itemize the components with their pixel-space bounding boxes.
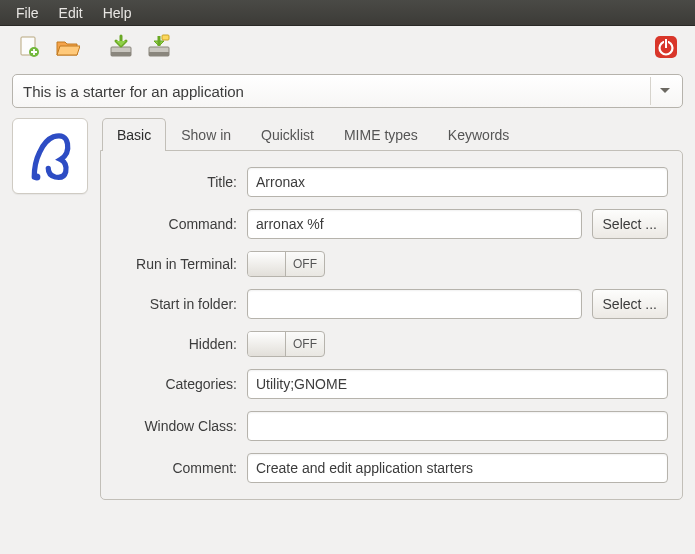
run-terminal-toggle[interactable]: OFF: [247, 251, 325, 277]
menu-help[interactable]: Help: [93, 2, 142, 24]
app-icon-chooser[interactable]: [12, 118, 88, 194]
toolbar: [0, 26, 695, 68]
tab-mime-types[interactable]: MIME types: [329, 118, 433, 151]
title-input[interactable]: [247, 167, 668, 197]
tab-quicklist[interactable]: Quicklist: [246, 118, 329, 151]
comment-input[interactable]: [247, 453, 668, 483]
hidden-toggle[interactable]: OFF: [247, 331, 325, 357]
toggle-off-label: OFF: [286, 252, 324, 276]
svg-point-12: [33, 174, 40, 181]
toggle-knob: [248, 332, 286, 356]
start-folder-label: Start in folder:: [107, 296, 237, 312]
svg-rect-6: [162, 35, 169, 40]
categories-input[interactable]: [247, 369, 668, 399]
save-as-button[interactable]: [142, 30, 176, 64]
command-input[interactable]: [247, 209, 582, 239]
run-terminal-label: Run in Terminal:: [107, 256, 237, 272]
open-file-button[interactable]: [50, 30, 84, 64]
menu-file[interactable]: File: [6, 2, 49, 24]
new-file-button[interactable]: [12, 30, 46, 64]
window-class-input[interactable]: [247, 411, 668, 441]
command-label: Command:: [107, 216, 237, 232]
quit-button[interactable]: [649, 30, 683, 64]
tab-bar: Basic Show in Quicklist MIME types Keywo…: [100, 118, 683, 151]
starter-type-combo[interactable]: This is a starter for an application: [12, 74, 683, 108]
start-folder-input[interactable]: [247, 289, 582, 319]
categories-label: Categories:: [107, 376, 237, 392]
starter-type-text: This is a starter for an application: [23, 83, 650, 100]
svg-rect-3: [111, 52, 131, 56]
toggle-off-label: OFF: [286, 332, 324, 356]
comment-label: Comment:: [107, 460, 237, 476]
menubar: File Edit Help: [0, 0, 695, 26]
tab-show-in[interactable]: Show in: [166, 118, 246, 151]
title-label: Title:: [107, 174, 237, 190]
start-folder-select-button[interactable]: Select ...: [592, 289, 668, 319]
svg-rect-11: [665, 39, 667, 47]
tab-panel-basic: Title: Command: Select ... Run in Termin…: [100, 150, 683, 500]
hidden-label: Hidden:: [107, 336, 237, 352]
content-area: Basic Show in Quicklist MIME types Keywo…: [0, 118, 695, 512]
tab-basic[interactable]: Basic: [102, 118, 166, 151]
svg-rect-5: [149, 52, 169, 56]
command-select-button[interactable]: Select ...: [592, 209, 668, 239]
save-button[interactable]: [104, 30, 138, 64]
tab-keywords[interactable]: Keywords: [433, 118, 524, 151]
menu-edit[interactable]: Edit: [49, 2, 93, 24]
toggle-knob: [248, 252, 286, 276]
window-class-label: Window Class:: [107, 418, 237, 434]
chevron-down-icon: [650, 77, 678, 105]
